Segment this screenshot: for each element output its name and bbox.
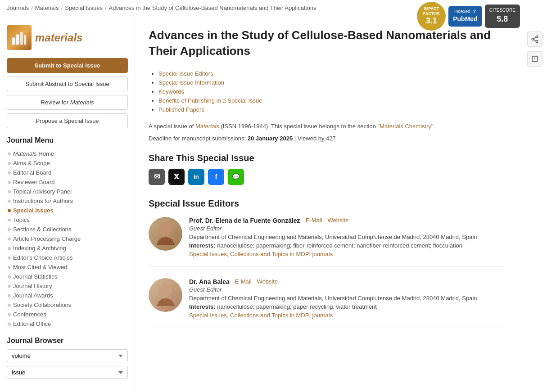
menu-item-editorial-board[interactable]: Editorial Board (7, 168, 128, 177)
toc-item-papers[interactable]: Published Papers (158, 106, 504, 113)
breadcrumb-current: Advances in the Study of Cellulose-Based… (109, 5, 316, 11)
share-icon-btn[interactable] (527, 32, 542, 47)
menu-item-society[interactable]: Society Collaborations (7, 300, 128, 310)
editor-name-2: Dr. Ana Balea (189, 278, 230, 285)
submit-button[interactable]: Submit to Special Issue (7, 58, 128, 73)
deadline-info: Deadline for manuscript submissions: 20 … (149, 135, 504, 142)
sidebar: materials Submit to Special Issue Submit… (0, 16, 135, 392)
editor-info-2: Dr. Ana Balea E-Mail Website Guest Edito… (189, 278, 504, 319)
section-link[interactable]: Materials Chemistry (380, 123, 431, 130)
editor-avatar-1 (149, 217, 182, 251)
interests-label-1: Interests: (189, 242, 216, 249)
toc-item-keywords[interactable]: Keywords (158, 88, 504, 95)
logo-area: materials (7, 25, 128, 50)
editor-website-1[interactable]: Website (327, 217, 348, 224)
editor-name-row-1: Prof. Dr. Elena de la Fuente González E-… (189, 217, 504, 224)
impact-factor-label: IMPACT FACTOR (417, 6, 446, 16)
editor-role-1: Guest Editor (189, 225, 504, 232)
menu-item-sections[interactable]: Sections & Collections (7, 225, 128, 234)
interests-label-2: Interests: (189, 303, 216, 310)
breadcrumb-materials[interactable]: Materials (35, 5, 59, 11)
editor-dept-1: Department of Chemical Engineering and M… (189, 234, 504, 240)
editor-email-1[interactable]: E-Mail (306, 217, 322, 224)
menu-item-apc[interactable]: Article Processing Charge (7, 234, 128, 243)
share-facebook-icon[interactable]: f (208, 169, 224, 185)
propose-button[interactable]: Propose a Special Issue (7, 113, 128, 128)
badges-row: IMPACT FACTOR 3.1 Indexed in: PubMed CIT… (417, 2, 520, 31)
menu-item-most-cited[interactable]: Most Cited & Viewed (7, 262, 128, 272)
journal-menu-list: Materials Home Aims & Scope Editorial Bo… (7, 149, 128, 329)
journal-menu-title: Journal Menu (7, 136, 128, 144)
materials-link[interactable]: Materials (195, 123, 219, 130)
share-title: Share This Special Issue (149, 153, 504, 163)
impact-factor-badge: IMPACT FACTOR 3.1 (417, 2, 446, 31)
breadcrumb: Journals / Materials / Special Issues / … (7, 5, 316, 11)
breadcrumb-special-issues[interactable]: Special Issues (65, 5, 103, 11)
editor-name-row-2: Dr. Ana Balea E-Mail Website (189, 278, 504, 285)
menu-item-conferences[interactable]: Conferences (7, 310, 128, 319)
pubmed-badge: Indexed in: PubMed (448, 6, 482, 27)
editor-name-1: Prof. Dr. Elena de la Fuente González (189, 217, 300, 224)
editor-website-2[interactable]: Website (257, 278, 278, 285)
svg-line-4 (533, 37, 536, 39)
svg-rect-8 (12, 38, 15, 45)
menu-item-history[interactable]: Journal History (7, 281, 128, 291)
editor-role-2: Guest Editor (189, 286, 504, 293)
editors-title: Special Issue Editors (149, 198, 504, 209)
menu-item-indexing[interactable]: Indexing & Archiving (7, 243, 128, 253)
impact-factor-value: 3.1 (426, 16, 437, 26)
svg-point-2 (536, 41, 538, 43)
share-twitter-icon[interactable]: 𝕏 (168, 169, 185, 185)
menu-item-aims-scope[interactable]: Aims & Scope (7, 158, 128, 168)
issue-info: A special issue of Materials (ISSN 1996-… (149, 122, 504, 131)
menu-item-topical-advisory[interactable]: Topical Advisory Panel (7, 187, 128, 196)
menu-item-statistics[interactable]: Journal Statistics (7, 272, 128, 281)
editors-section: Special Issue Editors Prof. Dr. Elena de… (149, 198, 504, 328)
svg-point-13 (159, 283, 172, 297)
journal-logo-text: materials (35, 32, 82, 44)
share-section: Share This Special Issue ✉ 𝕏 in f 💬 (149, 153, 504, 185)
menu-item-editorial-office[interactable]: Editorial Office (7, 319, 128, 329)
svg-point-0 (536, 36, 538, 38)
toc-item-benefits[interactable]: Benefits of Publishing in a Special Issu… (158, 97, 504, 104)
menu-item-topics[interactable]: Topics (7, 215, 128, 225)
menu-item-reviewer-board[interactable]: Reviewer Board (7, 177, 128, 187)
svg-point-12 (159, 222, 172, 236)
review-button[interactable]: Review for Materials (7, 95, 128, 110)
menu-item-editors-choice[interactable]: Editor's Choice Articles (7, 253, 128, 262)
share-linkedin-icon[interactable]: in (188, 169, 204, 185)
svg-rect-10 (20, 32, 23, 45)
citescore-value: 5.8 (489, 14, 515, 25)
toc-item-information[interactable]: Special Issue Information (158, 79, 504, 86)
interests-text-1: nanocellulose; papermaking; fiber-reinfo… (217, 242, 462, 249)
editor-special-issues-1: Special Issues, Collections and Topics i… (189, 251, 504, 257)
svg-rect-9 (16, 35, 19, 45)
editor-email-2[interactable]: E-Mail (235, 278, 252, 285)
journal-logo-icon (7, 25, 32, 50)
menu-item-materials-home[interactable]: Materials Home (7, 149, 128, 158)
submit-abstract-button[interactable]: Submit Abstract to Special Issue (7, 77, 128, 91)
editor-special-issues-link-2[interactable]: Special Issues, Collections and Topics i… (189, 312, 333, 319)
editor-special-issues-link-1[interactable]: Special Issues, Collections and Topics i… (189, 251, 333, 257)
share-email-icon[interactable]: ✉ (149, 169, 165, 185)
alert-icon-btn[interactable] (527, 51, 542, 67)
interests-text-2: nanocellulose; papermaking; paper recycl… (217, 303, 377, 310)
toc-item-editors[interactable]: Special Issue Editors (158, 70, 504, 77)
menu-item-instructions[interactable]: Instructions for Authors (7, 196, 128, 206)
volume-select[interactable]: volume (7, 349, 128, 362)
deadline-date: 20 January 2025 (248, 135, 293, 142)
editor-avatar-2 (149, 278, 182, 312)
menu-item-special-issues[interactable]: Special Issues (7, 206, 128, 215)
citescore-label: CITESCORE (489, 7, 515, 14)
toc-list: Special Issue Editors Special Issue Info… (149, 70, 504, 113)
editor-card-2: Dr. Ana Balea E-Mail Website Guest Edito… (149, 278, 504, 328)
menu-item-awards[interactable]: Journal Awards (7, 291, 128, 300)
breadcrumb-journals[interactable]: Journals (7, 5, 29, 11)
editor-dept-2: Department of Chemical Engineering and M… (189, 295, 504, 302)
editor-card-1: Prof. Dr. Elena de la Fuente González E-… (149, 217, 504, 267)
issue-select[interactable]: issue (7, 366, 128, 379)
indexed-label: Indexed in: (453, 9, 477, 15)
share-wechat-icon[interactable]: 💬 (228, 169, 244, 185)
indexed-name: PubMed (453, 15, 477, 24)
main-layout: materials Submit to Special Issue Submit… (0, 16, 547, 392)
